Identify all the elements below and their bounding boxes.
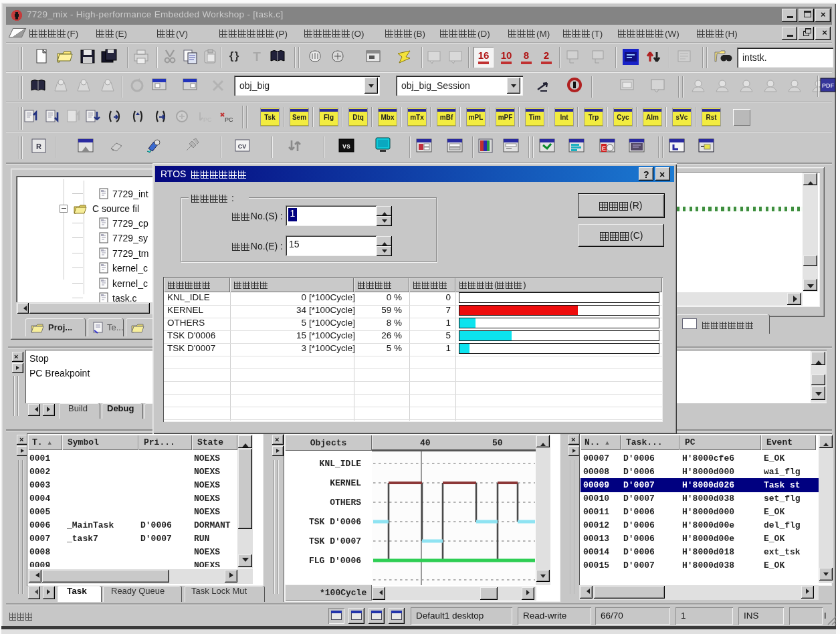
svg-text:PC: PC [203, 116, 212, 123]
svg-text:PDF: PDF [822, 82, 835, 89]
svg-text:R: R [36, 142, 41, 150]
svg-text:CV: CV [238, 143, 247, 150]
svg-text:PC: PC [225, 116, 233, 123]
svg-text:vs: vs [342, 143, 350, 150]
svg-text:E: E [602, 145, 606, 152]
